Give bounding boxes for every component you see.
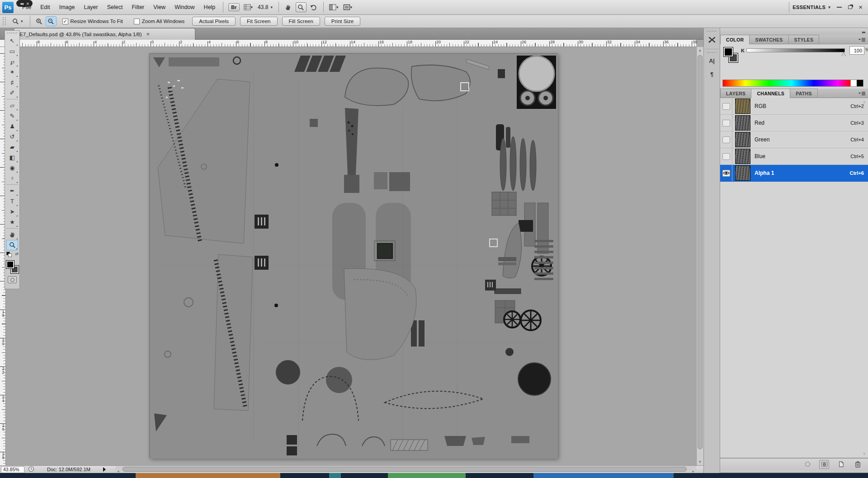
swap-colors-icon[interactable]: ⇄: [15, 252, 19, 256]
taskbar-app-segment[interactable]: [533, 473, 674, 478]
quick-selection-tool[interactable]: ✶: [6, 67, 18, 77]
visibility-toggle[interactable]: [720, 115, 732, 131]
resize-windows-checkbox[interactable]: ✓ Resize Windows To Fit: [62, 19, 123, 24]
foreground-color-swatch[interactable]: [6, 260, 14, 269]
zoom-tool[interactable]: [6, 240, 18, 250]
load-selection-button[interactable]: [802, 460, 812, 469]
zoom-level-control[interactable]: 43.8: [258, 4, 273, 10]
channel-thumbnail[interactable]: [735, 132, 750, 147]
panel-grip[interactable]: [707, 31, 717, 33]
tab-channels[interactable]: CHANNELS: [751, 89, 790, 98]
options-button-actual-pixels[interactable]: Actual Pixels: [192, 17, 236, 26]
menu-window[interactable]: Window: [170, 0, 199, 14]
crop-tool[interactable]: ♯: [6, 77, 18, 88]
paragraph-panel-icon[interactable]: ¶: [705, 68, 719, 81]
visibility-toggle[interactable]: [720, 131, 732, 148]
k-slider-handle[interactable]: [841, 53, 846, 56]
visibility-toggle[interactable]: [720, 148, 732, 164]
options-button-print-size[interactable]: Print Size: [325, 17, 360, 26]
view-extras-icon[interactable]: [242, 2, 255, 12]
visibility-checkbox[interactable]: [722, 120, 730, 127]
close-icon[interactable]: [26, 1, 29, 6]
move-tool[interactable]: ↖: [6, 36, 18, 46]
menu-filter[interactable]: Filter: [127, 0, 149, 14]
hand-tool[interactable]: [6, 230, 18, 240]
zoom-tool-icon[interactable]: [296, 2, 307, 12]
channel-thumbnail[interactable]: [735, 98, 750, 114]
channel-thumbnail[interactable]: [735, 115, 750, 131]
default-swap-colors[interactable]: ⇄: [6, 251, 19, 258]
horizontal-type-tool[interactable]: T: [6, 196, 18, 206]
scroll-down-nub[interactable]: ∨: [863, 451, 866, 456]
screen-mode-icon[interactable]: [342, 2, 354, 12]
menu-view[interactable]: View: [149, 0, 170, 14]
eraser-tool[interactable]: ▰: [6, 142, 18, 152]
status-zoom-field[interactable]: 43.85%: [1, 466, 24, 473]
k-slider-track[interactable]: [746, 48, 845, 52]
k-value-field[interactable]: 100: [849, 46, 864, 55]
tab-close-icon[interactable]: ×: [146, 31, 150, 37]
panel-menu-icon[interactable]: [858, 37, 866, 43]
eye-icon[interactable]: [722, 170, 730, 177]
horizontal-scrollbar[interactable]: [115, 465, 696, 473]
options-button-fill-screen[interactable]: Fill Screen: [282, 17, 320, 26]
brush-tool[interactable]: ✎: [6, 111, 18, 121]
menu-select[interactable]: Select: [103, 0, 127, 14]
visibility-checkbox[interactable]: [722, 153, 730, 160]
scroll-down-icon[interactable]: ▼: [697, 460, 703, 464]
canvas-pasteboard[interactable]: [6, 47, 696, 465]
tools-panel-icon[interactable]: [705, 33, 719, 46]
pen-tool[interactable]: ✒: [6, 186, 18, 196]
dodge-tool[interactable]: ♀: [6, 173, 18, 183]
panel-menu-icon[interactable]: [858, 91, 866, 97]
clone-stamp-tool[interactable]: ♟: [6, 121, 18, 131]
menu-edit[interactable]: Edit: [36, 0, 55, 14]
vertical-scroll-thumb[interactable]: [698, 55, 703, 449]
tab-paths[interactable]: PATHS: [790, 89, 818, 98]
delete-channel-button[interactable]: [853, 460, 863, 469]
capture-pill[interactable]: [16, 0, 33, 7]
taskbar-app-segment[interactable]: [329, 473, 341, 478]
tab-layers[interactable]: LAYERS: [720, 89, 751, 98]
channel-row[interactable]: Alpha 1Ctrl+6: [720, 165, 868, 182]
spot-healing-brush-tool[interactable]: ▱: [6, 100, 18, 111]
menu-layer[interactable]: Layer: [79, 0, 102, 14]
history-brush-tool[interactable]: ↺: [6, 131, 18, 142]
rotate-view-icon[interactable]: [308, 2, 319, 12]
close-button[interactable]: ×: [859, 5, 863, 9]
new-channel-button[interactable]: [836, 460, 846, 469]
options-button-fit-screen[interactable]: Fit Screen: [240, 17, 277, 26]
zoom-all-windows-checkbox[interactable]: Zoom All Windows: [134, 19, 185, 24]
tab-styles[interactable]: STYLES: [789, 35, 820, 44]
panel-grip[interactable]: [7, 33, 17, 34]
vertical-scrollbar[interactable]: ▲ ▼: [696, 47, 703, 465]
horizontal-scroll-thumb[interactable]: [123, 467, 687, 472]
hand-tool-icon[interactable]: [283, 2, 294, 12]
tool-preset-picker[interactable]: [9, 18, 27, 25]
custom-shape-tool[interactable]: ★: [6, 217, 18, 227]
panel-grip[interactable]: [707, 52, 717, 54]
collapse-to-icons-button[interactable]: [862, 29, 865, 34]
channel-thumbnail[interactable]: [735, 165, 750, 181]
lasso-tool[interactable]: ℘: [6, 56, 18, 67]
bridge-button[interactable]: Br: [228, 3, 239, 11]
blur-tool[interactable]: ◉: [6, 163, 18, 173]
document-tab[interactable]: E7_Defaults.psd @ 43.8% (Tail swastikas,…: [14, 28, 195, 40]
channel-thumbnail[interactable]: [735, 149, 750, 164]
visibility-toggle[interactable]: [720, 98, 732, 114]
path-selection-tool[interactable]: ➤: [6, 206, 18, 217]
menu-image[interactable]: Image: [55, 0, 80, 14]
eyedropper-tool[interactable]: ✐: [6, 88, 18, 98]
gradient-tool[interactable]: ◧: [6, 152, 18, 163]
windows-taskbar[interactable]: [0, 473, 868, 478]
white-swatch[interactable]: [850, 80, 857, 86]
minimize-button[interactable]: [837, 7, 842, 8]
canvas-artwork[interactable]: [149, 53, 557, 458]
taskbar-app-segment[interactable]: [136, 473, 280, 478]
black-swatch[interactable]: [857, 80, 863, 86]
taskbar-app-segment[interactable]: [388, 473, 466, 478]
channel-row[interactable]: GreenCtrl+4: [720, 131, 868, 148]
collapse-icon[interactable]: [20, 1, 23, 6]
character-panel-icon[interactable]: A|: [705, 55, 719, 67]
save-selection-button[interactable]: [819, 460, 829, 469]
